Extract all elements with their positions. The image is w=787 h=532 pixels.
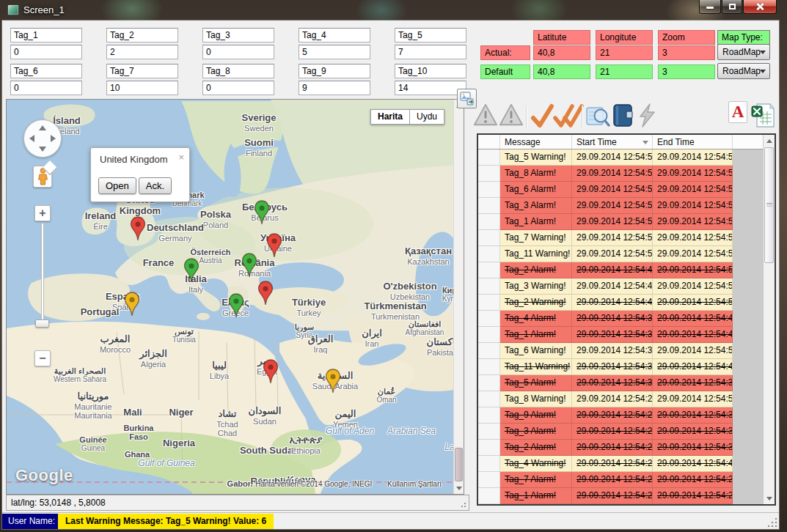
- close-button[interactable]: [743, 0, 777, 14]
- warning-triangle-disabled-icon[interactable]: [473, 103, 498, 128]
- actual-zoom-field[interactable]: 3: [658, 45, 715, 60]
- tag-name-input[interactable]: Tag_4: [299, 28, 370, 43]
- tag-value-input[interactable]: 0: [10, 81, 82, 95]
- row-selector-cell[interactable]: [478, 311, 500, 327]
- map-scrollbar[interactable]: [453, 100, 464, 494]
- map-type-harita-button[interactable]: Harita: [370, 109, 410, 125]
- row-selector-cell[interactable]: [478, 182, 500, 198]
- tag-name-input[interactable]: Tag_5: [395, 28, 466, 43]
- table-row[interactable]: Tag_2 Warning! 29.09.2014 12:54:41 29.09…: [478, 295, 775, 311]
- table-row[interactable]: Tag_2 Alarm! 29.09.2014 12:54:47 29.09.2…: [478, 262, 775, 278]
- table-row[interactable]: Tag_1 Alarm! 29.09.2014 12:54:22 29.09.2…: [478, 488, 775, 504]
- row-selector-cell[interactable]: [478, 149, 500, 166]
- map-marker-pin[interactable]: [266, 233, 282, 258]
- tag-name-input[interactable]: Tag_10: [395, 64, 466, 78]
- acknowledge-all-check-icon[interactable]: [552, 103, 585, 129]
- table-row[interactable]: Tag_5 Warning! 29.09.2014 12:54:56 29.09…: [478, 149, 775, 166]
- table-row[interactable]: Tag_3 Alarm! 29.09.2014 12:54:25 29.09.2…: [478, 424, 775, 440]
- row-selector-cell[interactable]: [478, 246, 500, 262]
- row-selector-cell[interactable]: [478, 472, 500, 488]
- tag-value-input[interactable]: 0: [10, 45, 82, 59]
- scroll-down-icon[interactable]: [764, 493, 775, 504]
- zoom-slider-track[interactable]: [41, 223, 44, 321]
- tag-value-input[interactable]: 0: [202, 81, 274, 95]
- map-marker-pin[interactable]: [124, 292, 140, 317]
- zoom-in-button[interactable]: +: [34, 205, 51, 221]
- row-selector-cell[interactable]: [478, 391, 500, 407]
- pan-right-icon[interactable]: [51, 135, 56, 142]
- titlebar[interactable]: Screen_1: [0, 0, 787, 21]
- map-marker-pin[interactable]: [228, 293, 244, 318]
- infowindow-open-button[interactable]: Open: [98, 177, 136, 194]
- default-zoom-field[interactable]: 3: [658, 64, 715, 79]
- tag-name-input[interactable]: Tag_3: [202, 28, 274, 43]
- map-scrollbar-thumb[interactable]: [455, 448, 463, 481]
- warning-triangle-disabled-icon-2[interactable]: [499, 103, 524, 128]
- table-row[interactable]: Tag_2 Alarm! 29.09.2014 12:54:25 29.09.2…: [478, 440, 775, 456]
- map-canvas[interactable]: Ísland Iceland Sverige Sweden Suomi Finl…: [7, 100, 453, 494]
- row-selector-cell[interactable]: [478, 278, 500, 295]
- column-header-message[interactable]: Message: [500, 135, 572, 149]
- default-map-type-select[interactable]: RoadMap: [717, 63, 770, 79]
- table-row[interactable]: Tag_1 Alarm! 29.09.2014 12:54:38 29.09.2…: [478, 327, 775, 343]
- row-selector-cell[interactable]: [478, 424, 500, 440]
- default-longitude-field[interactable]: 21: [596, 64, 653, 79]
- table-row[interactable]: Tag_7 Warning! 29.09.2014 12:54:53 29.09…: [478, 230, 775, 246]
- tag-value-input[interactable]: 7: [395, 45, 466, 59]
- table-row[interactable]: Tag_11 Warning! 29.09.2014 12:54:50 29.0…: [478, 246, 775, 262]
- row-selector-header[interactable]: [478, 135, 500, 149]
- pan-left-icon[interactable]: [29, 135, 34, 142]
- row-selector-cell[interactable]: [478, 488, 500, 504]
- latlng-resize-grip[interactable]: [461, 502, 466, 508]
- window-resize-grip[interactable]: [768, 518, 777, 528]
- table-row[interactable]: Tag_1 Alarm! 29.09.2014 12:54:53 29.09.2…: [478, 214, 775, 230]
- table-scrollbar-thumb[interactable]: [764, 147, 774, 263]
- scroll-down-icon[interactable]: [454, 483, 464, 494]
- row-selector-cell[interactable]: [478, 198, 500, 214]
- map-marker-pin[interactable]: [130, 216, 146, 241]
- table-row[interactable]: Tag_3 Warning! 29.09.2014 12:54:44 29.09…: [478, 278, 775, 295]
- scroll-up-icon[interactable]: [764, 135, 775, 146]
- table-row[interactable]: Tag_6 Alarm! 29.09.2014 12:54:53 29.09.2…: [478, 182, 775, 198]
- minimize-button[interactable]: [699, 0, 721, 14]
- acknowledge-check-icon[interactable]: [530, 103, 554, 129]
- zoom-out-button[interactable]: −: [34, 350, 51, 366]
- row-selector-cell[interactable]: [478, 230, 500, 246]
- table-scrollbar[interactable]: [763, 135, 775, 504]
- tag-name-input[interactable]: Tag_2: [106, 28, 178, 43]
- tag-value-input[interactable]: 9: [299, 81, 370, 95]
- row-selector-cell[interactable]: [478, 440, 500, 456]
- table-row[interactable]: Tag_5 Alarm! 29.09.2014 12:54:32 29.09.2…: [478, 375, 775, 391]
- map-marker-pin[interactable]: [257, 281, 274, 306]
- row-selector-cell[interactable]: [478, 359, 500, 375]
- export-excel-icon[interactable]: [751, 103, 775, 129]
- map-marker-pin[interactable]: [263, 359, 279, 384]
- row-selector-cell[interactable]: [478, 407, 500, 424]
- zoom-slider-handle[interactable]: [35, 319, 49, 328]
- infowindow-ack-button[interactable]: Ack.: [139, 177, 172, 194]
- tag-value-input[interactable]: 5: [299, 45, 370, 59]
- log-book-icon[interactable]: [612, 103, 634, 129]
- tag-value-input[interactable]: 14: [395, 81, 466, 95]
- tag-value-input[interactable]: 2: [106, 45, 178, 59]
- column-header-start-time[interactable]: Start Time: [572, 135, 653, 149]
- map-marker-pin[interactable]: [325, 369, 341, 394]
- pan-up-icon[interactable]: [39, 125, 46, 130]
- row-selector-cell[interactable]: [478, 262, 500, 278]
- pan-down-icon[interactable]: [39, 147, 46, 152]
- table-row[interactable]: Tag_6 Warning! 29.09.2014 12:54:35 29.09…: [478, 343, 775, 359]
- map-snapshot-button[interactable]: [457, 89, 477, 108]
- default-latitude-field[interactable]: 40,8: [533, 64, 590, 79]
- row-selector-cell[interactable]: [478, 295, 500, 311]
- map-marker-pin[interactable]: [183, 258, 200, 283]
- map-type-uydu-button[interactable]: Uydu: [410, 109, 444, 125]
- actual-longitude-field[interactable]: 21: [596, 45, 653, 60]
- table-row[interactable]: Tag_4 Alarm! 29.09.2014 12:54:38 29.09.2…: [478, 311, 775, 327]
- tag-name-input[interactable]: Tag_8: [202, 64, 274, 78]
- actual-map-type-select[interactable]: RoadMap: [717, 44, 770, 60]
- table-row[interactable]: Tag_8 Alarm! 29.09.2014 12:54:53 29.09.2…: [478, 166, 775, 182]
- table-row[interactable]: Tag_9 Alarm! 29.09.2014 12:54:25 29.09.2…: [478, 407, 775, 424]
- tag-name-input[interactable]: Tag_9: [299, 64, 370, 78]
- maximize-button[interactable]: [722, 0, 742, 14]
- tag-value-input[interactable]: 10: [106, 81, 178, 95]
